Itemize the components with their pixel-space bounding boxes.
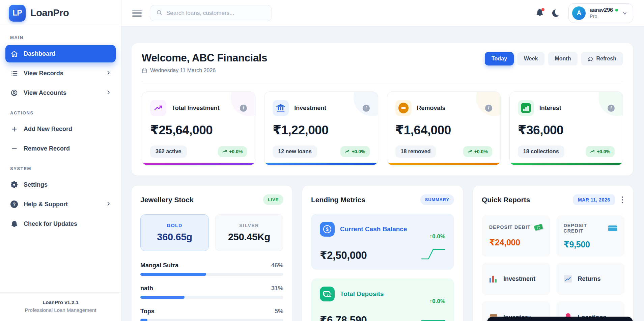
trend-value: +0.0% bbox=[352, 149, 365, 154]
sidebar-item-label: Add New Record bbox=[24, 126, 72, 133]
stock-item-percent: 46% bbox=[271, 262, 283, 269]
app-tagline: Professional Loan Management bbox=[3, 307, 118, 313]
app-logo[interactable]: LP LoanPro bbox=[0, 0, 121, 26]
deposit-credit-tile: DEPOSIT CREDIT ₹9,500 bbox=[556, 215, 625, 257]
more-options-icon[interactable] bbox=[620, 195, 625, 205]
report-link-label: Investment bbox=[503, 275, 535, 283]
stat-title: Removals bbox=[417, 105, 446, 112]
refresh-label: Refresh bbox=[596, 56, 616, 62]
jewellery-stock-panel: Jewellery Stock LIVE GOLD 360.65g SILVER… bbox=[132, 186, 292, 321]
stat-title: Interest bbox=[539, 105, 561, 112]
report-link-investment[interactable]: Investment bbox=[482, 263, 550, 295]
silver-value: 250.45Kg bbox=[219, 232, 280, 243]
calendar-icon bbox=[142, 68, 147, 73]
live-badge: LIVE bbox=[263, 194, 283, 205]
app-title: LoanPro bbox=[30, 7, 69, 19]
accent-bar bbox=[387, 163, 500, 165]
nav-section-system: SYSTEM bbox=[5, 166, 116, 171]
sparkline bbox=[421, 247, 445, 260]
app-version: LoanPro v1.2.1 bbox=[3, 299, 118, 305]
stat-title: Total Investment bbox=[172, 105, 220, 112]
week-button[interactable]: Week bbox=[517, 52, 545, 65]
silver-stock-box[interactable]: SILVER 250.45Kg bbox=[215, 214, 283, 251]
bottom-toast bbox=[487, 317, 633, 321]
info-icon[interactable]: i bbox=[240, 105, 247, 112]
info-icon[interactable]: i bbox=[485, 105, 492, 112]
sidebar-item-remove-record[interactable]: Remove Record bbox=[5, 140, 116, 157]
stat-title: Investment bbox=[294, 105, 326, 112]
sidebar-item-view-records[interactable]: View Records bbox=[5, 64, 116, 82]
lending-metrics-panel: Lending Metrics SUMMARY $ Current Cash B… bbox=[302, 186, 463, 321]
stock-item-name: nath bbox=[140, 285, 153, 292]
report-link-returns[interactable]: Returns bbox=[556, 263, 625, 295]
sidebar-item-add-new-record[interactable]: Add New Record bbox=[5, 120, 116, 138]
divider bbox=[142, 82, 623, 82]
accent-bar bbox=[142, 163, 255, 165]
gold-label: GOLD bbox=[144, 223, 205, 228]
accent-bar bbox=[264, 163, 377, 165]
silver-label: SILVER bbox=[219, 223, 280, 228]
trend-arrow-icon bbox=[345, 149, 349, 154]
cash-balance-metric: $ Current Cash Balance ↑0.0% ₹2,50,000 bbox=[311, 214, 454, 270]
trend-pill: +0.0% bbox=[463, 146, 492, 157]
report-link-label: Returns bbox=[578, 275, 601, 283]
progress-fill bbox=[140, 319, 147, 321]
gold-stock-box[interactable]: GOLD 360.65g bbox=[140, 214, 209, 251]
stat-value: ₹36,000 bbox=[518, 123, 615, 137]
today-button[interactable]: Today bbox=[485, 52, 514, 65]
trend-arrow-icon bbox=[590, 149, 595, 154]
dollar-circle-icon: $ bbox=[320, 222, 335, 237]
chevron-right-icon bbox=[106, 89, 111, 97]
bar-chart-icon bbox=[489, 274, 498, 283]
range-buttons: Today Week Month Refresh bbox=[485, 52, 623, 65]
dark-mode-toggle-icon[interactable] bbox=[552, 9, 560, 17]
search-input[interactable] bbox=[166, 10, 265, 17]
user-menu[interactable]: A aarav296 Pro bbox=[568, 3, 633, 23]
info-icon[interactable]: i bbox=[363, 105, 370, 112]
sidebar-item-dashboard[interactable]: Dashboard bbox=[5, 45, 116, 62]
sidebar-item-label: Settings bbox=[24, 181, 48, 188]
logo-icon: LP bbox=[9, 5, 26, 22]
sparkline bbox=[421, 312, 445, 321]
sidebar-nav: MAIN Dashboard View Records bbox=[0, 26, 121, 292]
sidebar-item-check-updates[interactable]: Check for Updates bbox=[5, 215, 116, 233]
month-button[interactable]: Month bbox=[548, 52, 578, 65]
panel-title: Jewellery Stock bbox=[140, 196, 194, 204]
metric-value: ₹2,50,000 bbox=[320, 249, 367, 262]
stat-card-investment: Investment i ₹1,22,000 12 new loans +0.0… bbox=[264, 91, 378, 165]
banknotes-icon bbox=[320, 287, 335, 301]
trend-value: +0.0% bbox=[229, 149, 243, 154]
notifications-bell-icon[interactable] bbox=[536, 9, 543, 18]
deposit-debit-tile: DEPOSIT DEBIT ₹24,000 bbox=[482, 215, 550, 257]
stock-item-name: Mangal Sutra bbox=[140, 262, 178, 269]
info-icon[interactable]: i bbox=[608, 105, 615, 112]
sidebar-item-view-accounts[interactable]: View Accounts bbox=[5, 84, 116, 102]
sidebar-item-label: Check for Updates bbox=[24, 220, 77, 228]
sidebar-item-help-support[interactable]: ? Help & Support bbox=[5, 195, 116, 213]
chevron-right-icon bbox=[106, 201, 111, 208]
help-icon: ? bbox=[10, 200, 18, 208]
stock-progress-row: Tops 5% bbox=[140, 308, 283, 321]
sidebar-item-settings[interactable]: Settings bbox=[5, 176, 116, 193]
stat-cards: Total Investment i ₹25,64,000 362 active… bbox=[142, 91, 623, 165]
minus-circle-icon bbox=[395, 100, 412, 116]
sidebar-item-label: View Records bbox=[24, 70, 63, 77]
stat-value: ₹1,64,000 bbox=[395, 123, 492, 137]
home-icon bbox=[10, 50, 18, 58]
stat-badge: 18 collections bbox=[518, 145, 564, 158]
stat-card-removals: Removals i ₹1,64,000 18 removed +0.0% bbox=[387, 91, 501, 165]
stock-progress-row: Mangal Sutra 46% bbox=[140, 262, 283, 276]
menu-toggle-icon[interactable] bbox=[132, 10, 142, 17]
chevron-down-icon bbox=[622, 10, 627, 16]
progress-fill bbox=[140, 296, 185, 299]
notification-dot bbox=[541, 8, 544, 11]
plus-icon bbox=[10, 125, 18, 133]
bell-icon bbox=[10, 220, 18, 228]
stat-card-interest: Interest i ₹36,000 18 collections +0.0% bbox=[509, 91, 623, 165]
search-icon bbox=[156, 9, 162, 17]
sidebar-footer: LoanPro v1.2.1 Professional Loan Managem… bbox=[0, 292, 121, 321]
refresh-button[interactable]: Refresh bbox=[581, 52, 623, 65]
trend-pill: +0.0% bbox=[340, 146, 369, 157]
app-root: LP LoanPro MAIN Dashboard View Records bbox=[0, 0, 644, 321]
deposit-debit-value: ₹24,000 bbox=[489, 238, 543, 247]
